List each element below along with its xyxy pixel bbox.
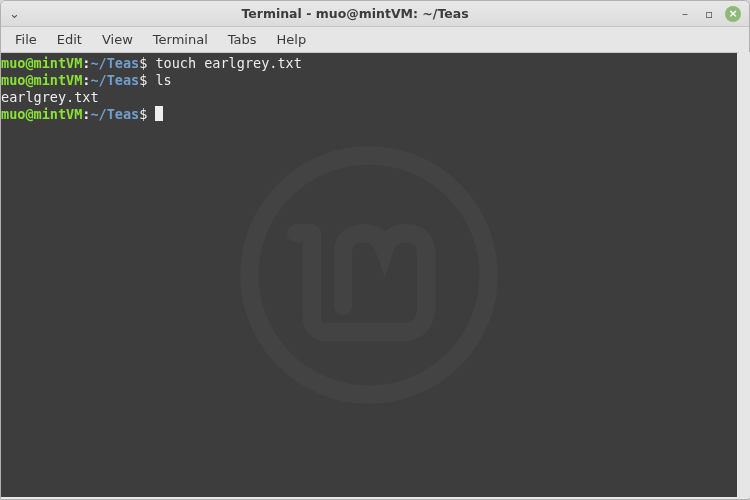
command-text: ls [147, 72, 171, 88]
prompt-path: ~/Teas [90, 72, 139, 88]
close-button[interactable]: × [725, 6, 741, 22]
menu-file[interactable]: File [5, 29, 47, 50]
menubar: File Edit View Terminal Tabs Help [1, 27, 749, 53]
app-menu-icon[interactable]: ⌄ [9, 7, 20, 20]
prompt-path: ~/Teas [90, 106, 139, 122]
menu-view[interactable]: View [92, 29, 143, 50]
command-text [147, 106, 155, 122]
terminal-window: ⌄ Terminal - muo@mintVM: ~/Teas – ▫ × Fi… [0, 0, 750, 500]
cursor-block [155, 106, 163, 121]
prompt-user: muo@mintVM [1, 106, 82, 122]
titlebar[interactable]: ⌄ Terminal - muo@mintVM: ~/Teas – ▫ × [1, 1, 749, 27]
command-text: touch earlgrey.txt [147, 55, 301, 71]
prompt-user: muo@mintVM [1, 55, 82, 71]
window-title: Terminal - muo@mintVM: ~/Teas [33, 6, 677, 21]
output-text: earlgrey.txt [1, 89, 99, 105]
prompt-path: ~/Teas [90, 55, 139, 71]
terminal-body[interactable]: muo@mintVM:~/Teas$ touch earlgrey.txt mu… [1, 53, 737, 497]
terminal-line: muo@mintVM:~/Teas$ ls [1, 72, 737, 89]
terminal-line: earlgrey.txt [1, 89, 737, 106]
terminal-line: muo@mintVM:~/Teas$ touch earlgrey.txt [1, 55, 737, 72]
menu-terminal[interactable]: Terminal [143, 29, 218, 50]
prompt-user: muo@mintVM [1, 72, 82, 88]
maximize-button[interactable]: ▫ [701, 6, 717, 22]
minimize-button[interactable]: – [677, 6, 693, 22]
mint-watermark-icon [239, 145, 499, 405]
scrollbar[interactable] [739, 52, 750, 498]
svg-point-0 [249, 155, 488, 394]
window-controls: – ▫ × [677, 6, 741, 22]
menu-help[interactable]: Help [267, 29, 317, 50]
terminal-line: muo@mintVM:~/Teas$ [1, 106, 737, 123]
menu-edit[interactable]: Edit [47, 29, 92, 50]
menu-tabs[interactable]: Tabs [218, 29, 267, 50]
